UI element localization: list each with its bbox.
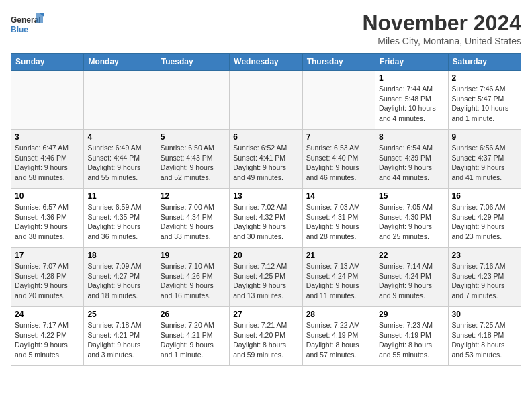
title-area: November 2024 Miles City, Montana, Unite…	[362, 11, 521, 46]
day-number: 9	[452, 132, 517, 142]
svg-text:General: General	[11, 15, 41, 25]
day-cell: 4Sunrise: 6:49 AM Sunset: 4:44 PM Daylig…	[84, 130, 157, 189]
day-cell: 8Sunrise: 6:54 AM Sunset: 4:39 PM Daylig…	[375, 130, 448, 189]
day-info: Sunrise: 7:23 AM Sunset: 4:19 PM Dayligh…	[379, 320, 444, 360]
day-number: 26	[161, 310, 226, 319]
day-info: Sunrise: 7:09 AM Sunset: 4:27 PM Dayligh…	[87, 261, 152, 301]
day-cell: 17Sunrise: 7:07 AM Sunset: 4:28 PM Dayli…	[11, 248, 84, 307]
day-info: Sunrise: 7:03 AM Sunset: 4:31 PM Dayligh…	[306, 202, 371, 242]
day-info: Sunrise: 7:05 AM Sunset: 4:30 PM Dayligh…	[379, 202, 444, 242]
header: General Blue November 2024 Miles City, M…	[11, 11, 521, 46]
day-info: Sunrise: 6:57 AM Sunset: 4:36 PM Dayligh…	[15, 202, 80, 242]
day-cell: 18Sunrise: 7:09 AM Sunset: 4:27 PM Dayli…	[84, 248, 157, 307]
week-row-4: 17Sunrise: 7:07 AM Sunset: 4:28 PM Dayli…	[11, 248, 521, 307]
day-number: 7	[306, 132, 371, 142]
logo: General Blue	[11, 11, 44, 39]
day-cell: 29Sunrise: 7:23 AM Sunset: 4:19 PM Dayli…	[375, 307, 448, 366]
day-number: 27	[233, 310, 298, 319]
calendar: SundayMondayTuesdayWednesdayThursdayFrid…	[11, 53, 521, 366]
week-row-2: 3Sunrise: 6:47 AM Sunset: 4:46 PM Daylig…	[11, 130, 521, 189]
dow-header-tuesday: Tuesday	[157, 54, 229, 71]
day-number: 13	[233, 191, 298, 201]
day-cell: 13Sunrise: 7:02 AM Sunset: 4:32 PM Dayli…	[230, 189, 302, 248]
dow-header-monday: Monday	[84, 54, 157, 71]
day-info: Sunrise: 7:44 AM Sunset: 5:48 PM Dayligh…	[379, 84, 444, 124]
day-cell	[84, 71, 157, 130]
day-number: 11	[87, 191, 152, 201]
day-number: 28	[306, 310, 371, 319]
day-cell: 19Sunrise: 7:10 AM Sunset: 4:26 PM Dayli…	[157, 248, 229, 307]
day-info: Sunrise: 7:07 AM Sunset: 4:28 PM Dayligh…	[15, 261, 80, 301]
day-number: 5	[161, 132, 226, 142]
day-cell	[230, 71, 302, 130]
logo-svg: General Blue	[11, 11, 44, 39]
day-number: 15	[379, 191, 444, 201]
day-number: 4	[87, 132, 152, 142]
dow-header-saturday: Saturday	[448, 54, 521, 71]
day-cell: 12Sunrise: 7:00 AM Sunset: 4:34 PM Dayli…	[157, 189, 229, 248]
day-number: 16	[452, 191, 517, 201]
location: Miles City, Montana, United States	[362, 36, 521, 46]
day-info: Sunrise: 6:50 AM Sunset: 4:43 PM Dayligh…	[161, 143, 226, 183]
week-row-5: 24Sunrise: 7:17 AM Sunset: 4:22 PM Dayli…	[11, 307, 521, 366]
day-cell	[302, 71, 375, 130]
day-cell: 22Sunrise: 7:14 AM Sunset: 4:24 PM Dayli…	[375, 248, 448, 307]
day-number: 29	[379, 310, 444, 319]
day-info: Sunrise: 7:13 AM Sunset: 4:24 PM Dayligh…	[306, 261, 371, 301]
week-row-1: 1Sunrise: 7:44 AM Sunset: 5:48 PM Daylig…	[11, 71, 521, 130]
day-cell: 10Sunrise: 6:57 AM Sunset: 4:36 PM Dayli…	[11, 189, 84, 248]
day-info: Sunrise: 6:53 AM Sunset: 4:40 PM Dayligh…	[306, 143, 371, 183]
day-cell: 20Sunrise: 7:12 AM Sunset: 4:25 PM Dayli…	[230, 248, 302, 307]
day-cell: 15Sunrise: 7:05 AM Sunset: 4:30 PM Dayli…	[375, 189, 448, 248]
day-cell	[157, 71, 229, 130]
day-info: Sunrise: 6:54 AM Sunset: 4:39 PM Dayligh…	[379, 143, 444, 183]
day-cell: 2Sunrise: 7:46 AM Sunset: 5:47 PM Daylig…	[448, 71, 521, 130]
day-cell: 14Sunrise: 7:03 AM Sunset: 4:31 PM Dayli…	[302, 189, 375, 248]
day-cell: 23Sunrise: 7:16 AM Sunset: 4:23 PM Dayli…	[448, 248, 521, 307]
day-number: 20	[233, 250, 298, 260]
day-info: Sunrise: 7:10 AM Sunset: 4:26 PM Dayligh…	[161, 261, 226, 301]
day-number: 10	[15, 191, 80, 201]
day-number: 23	[452, 250, 517, 260]
day-cell	[11, 71, 84, 130]
day-number: 2	[452, 73, 517, 83]
day-info: Sunrise: 7:12 AM Sunset: 4:25 PM Dayligh…	[233, 261, 298, 301]
month-title: November 2024	[362, 11, 521, 36]
day-cell: 16Sunrise: 7:06 AM Sunset: 4:29 PM Dayli…	[448, 189, 521, 248]
day-number: 12	[161, 191, 226, 201]
dow-header-sunday: Sunday	[11, 54, 84, 71]
day-number: 22	[379, 250, 444, 260]
day-cell: 30Sunrise: 7:25 AM Sunset: 4:18 PM Dayli…	[448, 307, 521, 366]
day-number: 3	[15, 132, 80, 142]
day-info: Sunrise: 6:49 AM Sunset: 4:44 PM Dayligh…	[87, 143, 152, 183]
day-info: Sunrise: 7:06 AM Sunset: 4:29 PM Dayligh…	[452, 202, 517, 242]
day-info: Sunrise: 7:25 AM Sunset: 4:18 PM Dayligh…	[452, 320, 517, 360]
day-info: Sunrise: 7:16 AM Sunset: 4:23 PM Dayligh…	[452, 261, 517, 301]
day-info: Sunrise: 7:17 AM Sunset: 4:22 PM Dayligh…	[15, 320, 80, 360]
day-info: Sunrise: 7:20 AM Sunset: 4:21 PM Dayligh…	[161, 320, 226, 360]
day-info: Sunrise: 6:56 AM Sunset: 4:37 PM Dayligh…	[452, 143, 517, 183]
day-info: Sunrise: 6:52 AM Sunset: 4:41 PM Dayligh…	[233, 143, 298, 183]
day-cell: 6Sunrise: 6:52 AM Sunset: 4:41 PM Daylig…	[230, 130, 302, 189]
day-cell: 21Sunrise: 7:13 AM Sunset: 4:24 PM Dayli…	[302, 248, 375, 307]
svg-text:Blue: Blue	[11, 25, 28, 34]
day-info: Sunrise: 7:18 AM Sunset: 4:21 PM Dayligh…	[87, 320, 152, 360]
day-info: Sunrise: 7:14 AM Sunset: 4:24 PM Dayligh…	[379, 261, 444, 301]
day-cell: 3Sunrise: 6:47 AM Sunset: 4:46 PM Daylig…	[11, 130, 84, 189]
day-number: 14	[306, 191, 371, 201]
day-cell: 9Sunrise: 6:56 AM Sunset: 4:37 PM Daylig…	[448, 130, 521, 189]
day-info: Sunrise: 7:21 AM Sunset: 4:20 PM Dayligh…	[233, 320, 298, 360]
dow-header-thursday: Thursday	[302, 54, 375, 71]
day-number: 25	[87, 310, 152, 319]
day-info: Sunrise: 7:02 AM Sunset: 4:32 PM Dayligh…	[233, 202, 298, 242]
day-number: 17	[15, 250, 80, 260]
day-number: 19	[161, 250, 226, 260]
days-of-week-row: SundayMondayTuesdayWednesdayThursdayFrid…	[11, 54, 521, 71]
dow-header-wednesday: Wednesday	[230, 54, 302, 71]
day-info: Sunrise: 7:00 AM Sunset: 4:34 PM Dayligh…	[161, 202, 226, 242]
day-cell: 24Sunrise: 7:17 AM Sunset: 4:22 PM Dayli…	[11, 307, 84, 366]
day-number: 24	[15, 310, 80, 319]
day-cell: 28Sunrise: 7:22 AM Sunset: 4:19 PM Dayli…	[302, 307, 375, 366]
day-cell: 11Sunrise: 6:59 AM Sunset: 4:35 PM Dayli…	[84, 189, 157, 248]
day-info: Sunrise: 7:46 AM Sunset: 5:47 PM Dayligh…	[452, 84, 517, 124]
